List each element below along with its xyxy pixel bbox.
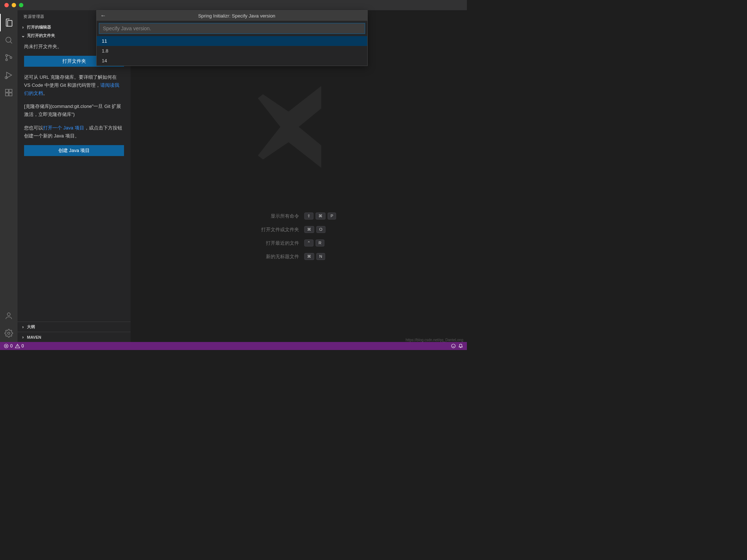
java-text: 您也可以打开一个 Java 项目，或点击下方按钮创建一个新的 Java 项目。	[24, 124, 124, 140]
status-feedback[interactable]	[451, 343, 456, 349]
account-icon[interactable]	[0, 307, 18, 324]
section-label: 打开的编辑器	[27, 24, 51, 30]
explorer-icon[interactable]	[0, 14, 18, 31]
key: R	[316, 240, 324, 246]
svg-rect-7	[9, 93, 12, 96]
source-control-icon[interactable]	[0, 49, 18, 66]
key: ⌘	[316, 213, 325, 219]
section-label: 大纲	[27, 324, 35, 330]
title-bar	[0, 0, 467, 10]
section-maven[interactable]: › MAVEN	[18, 332, 131, 342]
status-warnings[interactable]: 0	[15, 343, 24, 349]
key: P	[328, 213, 336, 219]
debug-icon[interactable]	[0, 66, 18, 84]
shortcut-keys: ⇧ ⌘ P	[304, 213, 336, 219]
svg-rect-5	[5, 89, 8, 92]
section-label: 无打开的文件夹	[27, 33, 55, 38]
bell-icon	[458, 343, 463, 349]
chevron-right-icon: ›	[20, 324, 26, 330]
svg-point-9	[7, 313, 10, 316]
svg-rect-8	[9, 89, 12, 92]
shortcut-keys: ⌘ O	[304, 226, 336, 233]
feedback-icon	[451, 343, 456, 349]
chevron-right-icon: ›	[20, 334, 26, 340]
vscode-logo-icon	[248, 76, 350, 178]
quickpick-header: ← Spring Initializr: Specify Java versio…	[97, 11, 367, 21]
svg-rect-6	[5, 93, 8, 96]
quickpick-input[interactable]	[99, 23, 365, 34]
status-bar: 0 0	[0, 342, 467, 350]
quickpick-option[interactable]: 14	[97, 56, 367, 66]
warning-icon	[15, 343, 20, 349]
error-icon	[4, 343, 9, 349]
status-errors[interactable]: 0	[4, 343, 13, 349]
key: ⌘	[304, 226, 314, 233]
window-close-icon[interactable]	[4, 3, 9, 7]
shortcut-label: 新的无标题文件	[261, 253, 299, 260]
quickpick: ← Spring Initializr: Specify Java versio…	[96, 10, 368, 66]
settings-gear-icon[interactable]	[0, 324, 18, 342]
quickpick-option[interactable]: 11	[97, 36, 367, 46]
create-java-button[interactable]: 创建 Java 项目	[24, 145, 124, 156]
key: ⌃	[304, 240, 313, 246]
shortcuts-list: 显示所有命令 ⇧ ⌘ P 打开文件或文件夹 ⌘ O 打开最近的文件 ⌃ R 新的…	[261, 213, 336, 260]
shortcut-keys: ⌃ R	[304, 240, 336, 246]
quickpick-title: Spring Initializr: Specify Java version	[110, 13, 364, 19]
extensions-icon[interactable]	[0, 84, 18, 101]
open-java-link[interactable]: 打开一个 Java 项目	[43, 125, 84, 131]
quickpick-list: 11 1.8 14	[97, 36, 367, 66]
svg-point-1	[6, 55, 8, 57]
window-minimize-icon[interactable]	[12, 3, 16, 7]
svg-point-2	[6, 59, 8, 61]
watermark-url: https://blog.csdn.net/qq_DanteLong	[406, 338, 463, 342]
section-label: MAVEN	[27, 335, 41, 339]
svg-point-0	[6, 37, 11, 42]
key: ⌘	[304, 253, 314, 260]
shortcut-label: 打开文件或文件夹	[261, 226, 299, 233]
clone-text: 还可从 URL 克隆存储库。要详细了解如何在 VS Code 中使用 Git 和…	[24, 73, 124, 97]
shortcut-label: 显示所有命令	[261, 213, 299, 219]
quickpick-option[interactable]: 1.8	[97, 46, 367, 56]
svg-point-10	[8, 332, 10, 334]
status-bell[interactable]	[458, 343, 463, 349]
back-arrow-icon[interactable]: ←	[100, 12, 106, 19]
activity-bar	[0, 10, 18, 342]
section-outline[interactable]: › 大纲	[18, 322, 131, 332]
shortcut-keys: ⌘ N	[304, 253, 336, 260]
clone-command: [克隆存储库](command:git.clone"一旦 Git 扩展激活，立即…	[24, 102, 124, 118]
chevron-right-icon: ›	[20, 24, 26, 30]
key: O	[316, 226, 325, 233]
key: ⇧	[304, 213, 313, 219]
search-icon[interactable]	[0, 31, 18, 49]
svg-point-12	[452, 344, 456, 348]
window-maximize-icon[interactable]	[19, 3, 23, 7]
chevron-down-icon: ⌄	[20, 33, 26, 38]
key: N	[316, 253, 325, 260]
shortcut-label: 打开最近的文件	[261, 240, 299, 246]
